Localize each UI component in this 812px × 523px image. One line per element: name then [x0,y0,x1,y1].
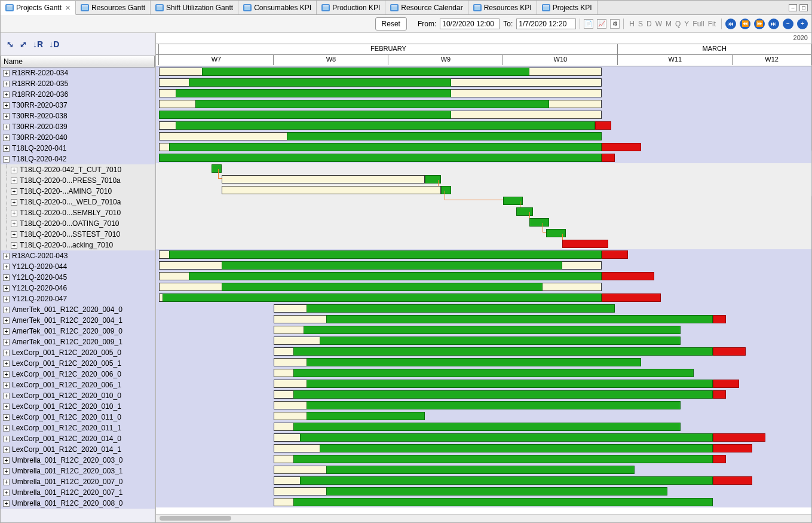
task-bar-progress[interactable] [293,390,713,399]
gantt-rows[interactable] [156,66,811,514]
tree-row[interactable]: −T18LQ-2020-042 [1,154,155,164]
expand-toggle[interactable]: + [3,102,10,109]
expand-toggle[interactable]: + [3,296,10,302]
tree-row[interactable]: +Umbrella_001_R12C_2020_003_0 [1,455,155,466]
task-bar-overrun[interactable] [602,272,654,280]
gantt-row[interactable] [156,77,811,88]
task-bar-progress[interactable] [176,121,595,130]
expand-toggle[interactable]: + [3,113,10,120]
zoom-full-button[interactable]: Full [691,20,706,28]
task-bar-overrun[interactable] [595,121,611,130]
zoom-out-button[interactable]: − [783,19,793,29]
gantt-row[interactable] [156,142,811,152]
tab-projects-gantt[interactable]: Projects Gantt✕ [1,1,76,15]
tab-resource-calendar[interactable]: Resource Calendar [385,1,468,14]
task-bar-overrun[interactable] [713,444,752,452]
nav-last-button[interactable]: ⏭ [768,19,779,29]
zoom-q-button[interactable]: Q [673,20,682,28]
task-bar-progress[interactable] [326,466,635,474]
expand-toggle[interactable]: + [3,285,10,292]
expand-toggle[interactable]: + [3,490,10,496]
task-bar-progress[interactable] [326,487,667,496]
expand-toggle[interactable]: + [3,436,10,442]
task-bar-progress[interactable] [159,154,601,162]
gantt-row[interactable] [156,109,811,120]
tree-row[interactable]: +T18LQ-2020-0...acking_7010 [1,240,155,250]
tree-row[interactable]: +Umbrella_001_R12C_2020_007_1 [1,487,155,498]
gantt-row[interactable] [156,66,811,77]
tree-row[interactable]: +T18LQ-2020-0..._WELD_7010a [1,197,155,207]
expand-toggle[interactable]: + [3,307,10,313]
gear-icon[interactable]: ⚙ [610,19,620,29]
collapse-in-icon[interactable]: ⤡ [7,39,14,49]
maximize-button[interactable]: □ [799,4,808,11]
expand-toggle[interactable]: + [11,231,17,238]
gantt-row[interactable] [156,421,811,432]
expand-toggle[interactable]: + [3,446,10,453]
project-tree[interactable]: +R18RR-2020-034+R18RR-2020-035+R18RR-202… [1,68,155,522]
expand-toggle[interactable]: + [11,242,17,249]
tree-row[interactable]: +LexCorp_001_R12C_2020_011_0 [1,412,155,423]
gantt-row[interactable] [156,475,811,486]
gantt-row[interactable] [156,238,811,249]
tree-header-name[interactable]: Name [1,56,155,68]
task-bar-progress[interactable] [307,358,641,366]
tree-row[interactable]: +AmerTek_001_R12C_2020_004_0 [1,304,155,315]
from-date-input[interactable] [440,19,500,29]
tree-row[interactable]: +Y12LQ-2020-047 [1,293,155,304]
expand-toggle[interactable]: + [3,317,10,324]
task-bar-progress[interactable] [189,272,602,280]
expand-toggle[interactable]: + [3,360,10,367]
gantt-row[interactable] [156,443,811,454]
gantt-row[interactable] [156,464,811,475]
tree-row[interactable]: +T18LQ-2020-0...SSTEST_7010 [1,229,155,240]
task-bar-overrun[interactable] [713,390,726,399]
gantt-row[interactable] [156,303,811,314]
tree-row[interactable]: +T18LQ-2020-042_T_CUT_7010 [1,164,155,175]
expand-toggle[interactable]: + [11,210,17,216]
zoom-h-button[interactable]: H [627,20,636,28]
task-bar-progress[interactable] [293,455,713,463]
gantt-row[interactable] [156,357,811,368]
gantt-row[interactable] [156,411,811,421]
reset-button[interactable]: Reset [375,17,407,30]
minimize-button[interactable]: – [789,4,797,11]
tree-row[interactable]: +R18RR-2020-036 [1,89,155,100]
nav-next-button[interactable]: ⏩ [754,19,765,29]
gantt-row[interactable] [156,206,811,217]
tree-row[interactable]: +Umbrella_001_R12C_2020_008_0 [1,498,155,509]
gantt-row[interactable] [156,195,811,206]
gantt-hscrollbar[interactable] [156,514,811,522]
task-bar-progress[interactable] [222,261,562,270]
expand-toggle[interactable]: + [11,221,17,227]
task-bar-progress[interactable] [300,433,713,442]
tree-row[interactable]: +LexCorp_001_R12C_2020_014_1 [1,444,155,455]
tree-row[interactable]: +R18RR-2020-034 [1,68,155,78]
task-bar-overrun[interactable] [713,347,746,356]
expand-toggle[interactable]: + [3,264,10,270]
chart-icon[interactable]: 📈 [597,19,606,29]
tree-row[interactable]: +Umbrella_001_R12C_2020_003_1 [1,466,155,476]
zoom-m-button[interactable]: M [664,20,673,28]
task-bar-progress[interactable] [320,444,713,452]
gantt-row[interactable] [156,99,811,109]
zoom-fit-button[interactable]: Fit [706,20,718,28]
tree-row[interactable]: +LexCorp_001_R12C_2020_005_0 [1,347,155,358]
task-bar-outline[interactable] [222,175,425,183]
expand-toggle[interactable]: + [3,328,10,335]
tab-resources-gantt[interactable]: Resources Gantt [76,1,151,14]
to-date-input[interactable] [516,19,576,29]
tab-consumables-kpi[interactable]: Consumables KPI [238,1,317,14]
gantt-row[interactable] [156,400,811,411]
task-bar-progress[interactable] [176,89,451,97]
tree-row[interactable]: +T30RR-2020-039 [1,121,155,132]
expand-toggle[interactable]: + [3,414,10,421]
expand-toggle[interactable]: + [3,371,10,378]
task-bar-progress[interactable] [307,304,615,313]
task-bar-overrun[interactable] [602,143,641,151]
zoom-d-button[interactable]: D [645,20,654,28]
expand-out-icon[interactable]: ⤢ [20,39,27,49]
nav-prev-button[interactable]: ⏪ [740,19,750,29]
expand-toggle[interactable]: + [3,425,10,432]
task-bar-progress[interactable] [307,380,713,388]
